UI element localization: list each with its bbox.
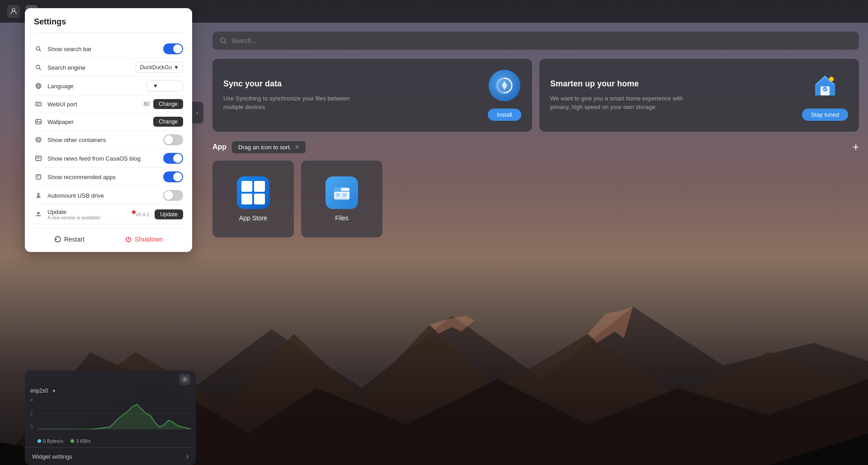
- news-feed-icon: [34, 154, 43, 163]
- containers-icon: [34, 135, 43, 144]
- restart-icon: [54, 236, 61, 243]
- settings-row-wallpaper: Wallpaper Change: [34, 113, 183, 131]
- language-icon: [34, 81, 43, 90]
- smarthome-card-action: Stay tuned: [802, 70, 848, 121]
- search-engine-label: Search engine: [47, 64, 136, 71]
- update-icon: [34, 210, 43, 219]
- svg-marker-24: [38, 404, 191, 429]
- expand-btn[interactable]: ›: [191, 102, 203, 123]
- network-chart: [38, 398, 191, 429]
- network-label: enp2s0: [30, 388, 48, 394]
- app-grid: App Store Files: [212, 161, 859, 237]
- settings-row-recommended-apps: Show recommended apps: [34, 168, 183, 186]
- network-dropdown[interactable]: ▼: [52, 389, 56, 394]
- settings-panel-title: Settings: [34, 17, 183, 33]
- svg-rect-34: [336, 193, 340, 197]
- smarthome-card-content: Smarten up your home We want to give you…: [550, 79, 686, 112]
- svg-rect-35: [342, 193, 347, 197]
- svg-point-16: [38, 139, 40, 141]
- drag-tooltip-close[interactable]: ✕: [295, 144, 299, 150]
- update-btn[interactable]: Update: [155, 209, 183, 219]
- app-store-item[interactable]: App Store: [212, 161, 294, 237]
- news-feed-toggle[interactable]: [163, 153, 183, 164]
- settings-row-webui-port: WebUI port 80 Change: [34, 95, 183, 113]
- gear-icon[interactable]: [179, 374, 190, 385]
- svg-rect-33: [334, 188, 341, 191]
- widget-settings-chevron: ›: [186, 452, 189, 460]
- svg-rect-13: [36, 119, 41, 124]
- smarthome-icon: [809, 70, 841, 101]
- files-icon: [326, 176, 358, 209]
- recommended-apps-icon: [34, 172, 43, 181]
- shutdown-button[interactable]: Shutdown: [125, 236, 163, 243]
- widget-settings-label: Widget settings: [32, 453, 72, 460]
- sync-card-desc: Use Syncthing to synchronize your files …: [223, 94, 359, 112]
- settings-row-show-other-containers: Show other containers: [34, 131, 183, 149]
- settings-row-update: Update A new version is available! v0.4.…: [34, 205, 183, 224]
- smarthome-stay-tuned-btn[interactable]: Stay tuned: [802, 109, 848, 121]
- search-bar-container: [212, 32, 859, 50]
- search-input[interactable]: [231, 37, 852, 44]
- wallpaper-label: Wallpaper: [47, 119, 153, 125]
- update-label: Update: [47, 209, 129, 215]
- files-label: Files: [335, 214, 349, 222]
- settings-footer: Restart Shutdown: [34, 228, 183, 243]
- add-app-btn[interactable]: +: [853, 141, 859, 153]
- settings-panel: Settings Show search bar Search engine D…: [25, 8, 192, 252]
- sync-card: Sync your data Use Syncthing to synchron…: [212, 59, 532, 132]
- show-other-containers-label: Show other containers: [47, 137, 163, 143]
- widget-settings-btn[interactable]: Widget settings ›: [25, 447, 196, 465]
- search-icon: [220, 37, 227, 44]
- webui-port-change-btn[interactable]: Change: [153, 99, 183, 109]
- webui-port-value: 80: [144, 101, 150, 107]
- wallpaper-change-btn[interactable]: Change: [153, 117, 183, 127]
- sync-card-title: Sync your data: [223, 79, 359, 89]
- show-search-bar-toggle[interactable]: [163, 43, 183, 54]
- smarthome-card: Smarten up your home We want to give you…: [539, 59, 859, 132]
- files-item[interactable]: Files: [301, 161, 382, 237]
- search-bar-icon: [34, 44, 43, 53]
- smarthome-card-title: Smarten up your home: [550, 79, 686, 89]
- app-section-label: App: [212, 143, 226, 151]
- syncthing-icon: [489, 70, 520, 101]
- update-sub-text: A new version is available!: [47, 215, 136, 220]
- recommended-apps-toggle[interactable]: [163, 171, 183, 182]
- legend-kb: 3 KB/s: [71, 438, 90, 444]
- shutdown-icon: [125, 236, 132, 243]
- sync-install-btn[interactable]: Install: [488, 109, 521, 121]
- svg-point-20: [184, 379, 186, 380]
- language-label: Language: [47, 83, 147, 90]
- appstore-icon: [237, 176, 269, 209]
- settings-row-news-feed: Show news feed from CasaOS blog: [34, 149, 183, 168]
- main-content: Sync your data Use Syncthing to synchron…: [203, 23, 868, 465]
- svg-point-7: [12, 9, 15, 11]
- news-feed-label: Show news feed from CasaOS blog: [47, 155, 163, 162]
- smarthome-card-desc: We want to give you a smart home experie…: [550, 94, 686, 112]
- svg-rect-19: [37, 197, 40, 198]
- automount-usb-label: Automount USB drive: [47, 192, 163, 199]
- restart-button[interactable]: Restart: [54, 236, 85, 243]
- cards-row: Sync your data Use Syncthing to synchron…: [212, 59, 859, 132]
- automount-usb-toggle[interactable]: [163, 190, 183, 201]
- settings-row-automount-usb: Automount USB drive: [34, 186, 183, 205]
- svg-rect-36: [336, 198, 348, 199]
- svg-rect-12: [36, 102, 41, 106]
- sync-card-action: Install: [488, 70, 521, 121]
- drag-tooltip: Drag an icon to sort. ✕: [232, 141, 306, 153]
- search-engine-icon: [34, 63, 43, 72]
- settings-row-language: Language ▼: [34, 77, 183, 95]
- app-section-header: App Drag an icon to sort. ✕ +: [212, 141, 859, 153]
- svg-point-15: [36, 138, 41, 142]
- show-other-containers-toggle[interactable]: [163, 134, 183, 145]
- language-select[interactable]: ▼: [147, 81, 183, 91]
- show-search-bar-label: Show search bar: [47, 46, 163, 52]
- usb-icon: [34, 191, 43, 200]
- user-icon[interactable]: [7, 5, 20, 18]
- settings-row-show-search-bar: Show search bar: [34, 40, 183, 58]
- update-version: v0.4.1: [136, 212, 149, 217]
- search-engine-select[interactable]: DuckDuckGo ▼: [136, 62, 183, 73]
- legend-bytes: 0 Bytes/s: [38, 438, 63, 444]
- webui-port-icon: [34, 100, 43, 109]
- recommended-apps-label: Show recommended apps: [47, 174, 163, 180]
- webui-port-label: WebUI port: [47, 101, 144, 108]
